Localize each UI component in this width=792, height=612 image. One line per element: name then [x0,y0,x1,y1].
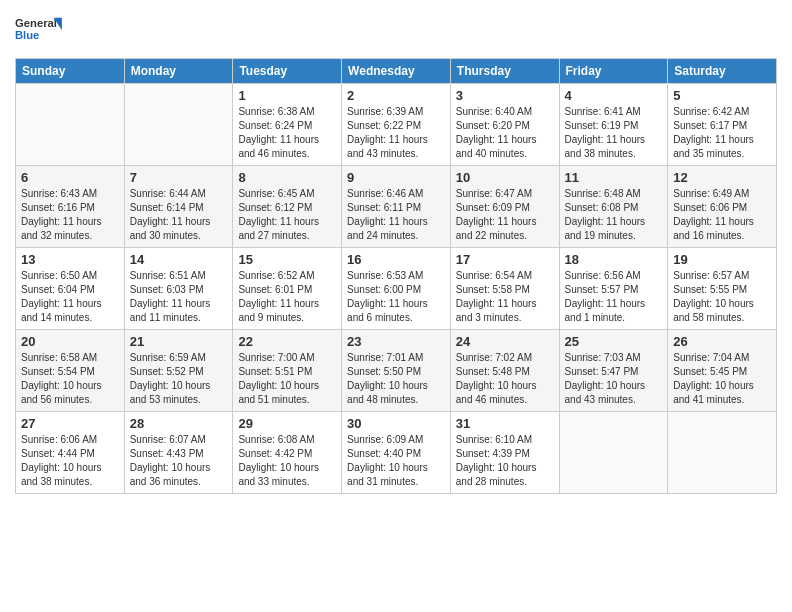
day-number: 16 [347,252,445,267]
calendar-cell: 3Sunrise: 6:40 AMSunset: 6:20 PMDaylight… [450,84,559,166]
calendar-cell: 12Sunrise: 6:49 AMSunset: 6:06 PMDayligh… [668,166,777,248]
day-info: Sunrise: 6:50 AMSunset: 6:04 PMDaylight:… [21,269,119,325]
page-header: General Blue [15,10,777,50]
day-info: Sunrise: 6:08 AMSunset: 4:42 PMDaylight:… [238,433,336,489]
calendar-cell: 31Sunrise: 6:10 AMSunset: 4:39 PMDayligh… [450,412,559,494]
day-info: Sunrise: 6:42 AMSunset: 6:17 PMDaylight:… [673,105,771,161]
calendar-row-4: 20Sunrise: 6:58 AMSunset: 5:54 PMDayligh… [16,330,777,412]
day-number: 8 [238,170,336,185]
weekday-header-friday: Friday [559,59,668,84]
day-number: 9 [347,170,445,185]
day-number: 21 [130,334,228,349]
calendar-cell: 11Sunrise: 6:48 AMSunset: 6:08 PMDayligh… [559,166,668,248]
day-info: Sunrise: 7:03 AMSunset: 5:47 PMDaylight:… [565,351,663,407]
day-info: Sunrise: 6:53 AMSunset: 6:00 PMDaylight:… [347,269,445,325]
calendar-cell: 13Sunrise: 6:50 AMSunset: 6:04 PMDayligh… [16,248,125,330]
calendar-cell: 30Sunrise: 6:09 AMSunset: 4:40 PMDayligh… [342,412,451,494]
calendar-cell: 16Sunrise: 6:53 AMSunset: 6:00 PMDayligh… [342,248,451,330]
calendar-cell: 6Sunrise: 6:43 AMSunset: 6:16 PMDaylight… [16,166,125,248]
day-number: 30 [347,416,445,431]
day-info: Sunrise: 6:52 AMSunset: 6:01 PMDaylight:… [238,269,336,325]
day-info: Sunrise: 6:58 AMSunset: 5:54 PMDaylight:… [21,351,119,407]
day-number: 11 [565,170,663,185]
calendar-cell: 26Sunrise: 7:04 AMSunset: 5:45 PMDayligh… [668,330,777,412]
day-info: Sunrise: 6:49 AMSunset: 6:06 PMDaylight:… [673,187,771,243]
calendar-cell: 17Sunrise: 6:54 AMSunset: 5:58 PMDayligh… [450,248,559,330]
weekday-header-tuesday: Tuesday [233,59,342,84]
day-info: Sunrise: 7:02 AMSunset: 5:48 PMDaylight:… [456,351,554,407]
calendar-cell: 8Sunrise: 6:45 AMSunset: 6:12 PMDaylight… [233,166,342,248]
day-number: 17 [456,252,554,267]
weekday-header-thursday: Thursday [450,59,559,84]
calendar-cell: 20Sunrise: 6:58 AMSunset: 5:54 PMDayligh… [16,330,125,412]
day-number: 27 [21,416,119,431]
day-info: Sunrise: 6:09 AMSunset: 4:40 PMDaylight:… [347,433,445,489]
day-number: 23 [347,334,445,349]
day-number: 7 [130,170,228,185]
day-info: Sunrise: 6:46 AMSunset: 6:11 PMDaylight:… [347,187,445,243]
day-info: Sunrise: 6:57 AMSunset: 5:55 PMDaylight:… [673,269,771,325]
day-info: Sunrise: 6:59 AMSunset: 5:52 PMDaylight:… [130,351,228,407]
day-info: Sunrise: 7:04 AMSunset: 5:45 PMDaylight:… [673,351,771,407]
weekday-header-monday: Monday [124,59,233,84]
calendar-cell: 19Sunrise: 6:57 AMSunset: 5:55 PMDayligh… [668,248,777,330]
day-info: Sunrise: 6:51 AMSunset: 6:03 PMDaylight:… [130,269,228,325]
weekday-header-row: SundayMondayTuesdayWednesdayThursdayFrid… [16,59,777,84]
day-info: Sunrise: 6:43 AMSunset: 6:16 PMDaylight:… [21,187,119,243]
day-info: Sunrise: 6:10 AMSunset: 4:39 PMDaylight:… [456,433,554,489]
day-number: 4 [565,88,663,103]
calendar-cell [559,412,668,494]
calendar-cell: 7Sunrise: 6:44 AMSunset: 6:14 PMDaylight… [124,166,233,248]
day-info: Sunrise: 6:39 AMSunset: 6:22 PMDaylight:… [347,105,445,161]
day-number: 13 [21,252,119,267]
calendar-cell: 29Sunrise: 6:08 AMSunset: 4:42 PMDayligh… [233,412,342,494]
calendar-row-5: 27Sunrise: 6:06 AMSunset: 4:44 PMDayligh… [16,412,777,494]
day-number: 29 [238,416,336,431]
calendar-cell: 9Sunrise: 6:46 AMSunset: 6:11 PMDaylight… [342,166,451,248]
calendar-cell: 2Sunrise: 6:39 AMSunset: 6:22 PMDaylight… [342,84,451,166]
day-number: 1 [238,88,336,103]
calendar-cell: 18Sunrise: 6:56 AMSunset: 5:57 PMDayligh… [559,248,668,330]
day-number: 12 [673,170,771,185]
day-info: Sunrise: 6:54 AMSunset: 5:58 PMDaylight:… [456,269,554,325]
calendar-cell [668,412,777,494]
day-number: 28 [130,416,228,431]
calendar-cell: 5Sunrise: 6:42 AMSunset: 6:17 PMDaylight… [668,84,777,166]
calendar-cell: 23Sunrise: 7:01 AMSunset: 5:50 PMDayligh… [342,330,451,412]
day-number: 24 [456,334,554,349]
calendar-cell [124,84,233,166]
day-number: 5 [673,88,771,103]
logo: General Blue [15,10,65,50]
day-info: Sunrise: 6:56 AMSunset: 5:57 PMDaylight:… [565,269,663,325]
weekday-header-sunday: Sunday [16,59,125,84]
day-number: 22 [238,334,336,349]
calendar-cell: 22Sunrise: 7:00 AMSunset: 5:51 PMDayligh… [233,330,342,412]
day-number: 19 [673,252,771,267]
day-info: Sunrise: 6:47 AMSunset: 6:09 PMDaylight:… [456,187,554,243]
calendar-row-2: 6Sunrise: 6:43 AMSunset: 6:16 PMDaylight… [16,166,777,248]
day-info: Sunrise: 6:44 AMSunset: 6:14 PMDaylight:… [130,187,228,243]
day-number: 31 [456,416,554,431]
day-number: 2 [347,88,445,103]
day-info: Sunrise: 6:38 AMSunset: 6:24 PMDaylight:… [238,105,336,161]
calendar-table: SundayMondayTuesdayWednesdayThursdayFrid… [15,58,777,494]
svg-text:Blue: Blue [15,29,39,41]
calendar-cell: 27Sunrise: 6:06 AMSunset: 4:44 PMDayligh… [16,412,125,494]
day-info: Sunrise: 7:01 AMSunset: 5:50 PMDaylight:… [347,351,445,407]
weekday-header-wednesday: Wednesday [342,59,451,84]
calendar-cell: 15Sunrise: 6:52 AMSunset: 6:01 PMDayligh… [233,248,342,330]
svg-text:General: General [15,17,57,29]
day-info: Sunrise: 6:40 AMSunset: 6:20 PMDaylight:… [456,105,554,161]
day-number: 20 [21,334,119,349]
calendar-cell: 10Sunrise: 6:47 AMSunset: 6:09 PMDayligh… [450,166,559,248]
calendar-row-3: 13Sunrise: 6:50 AMSunset: 6:04 PMDayligh… [16,248,777,330]
calendar-cell: 24Sunrise: 7:02 AMSunset: 5:48 PMDayligh… [450,330,559,412]
day-info: Sunrise: 6:07 AMSunset: 4:43 PMDaylight:… [130,433,228,489]
logo-svg: General Blue [15,10,65,50]
day-info: Sunrise: 6:45 AMSunset: 6:12 PMDaylight:… [238,187,336,243]
calendar-cell: 1Sunrise: 6:38 AMSunset: 6:24 PMDaylight… [233,84,342,166]
day-number: 14 [130,252,228,267]
day-number: 25 [565,334,663,349]
calendar-cell: 28Sunrise: 6:07 AMSunset: 4:43 PMDayligh… [124,412,233,494]
calendar-cell: 14Sunrise: 6:51 AMSunset: 6:03 PMDayligh… [124,248,233,330]
